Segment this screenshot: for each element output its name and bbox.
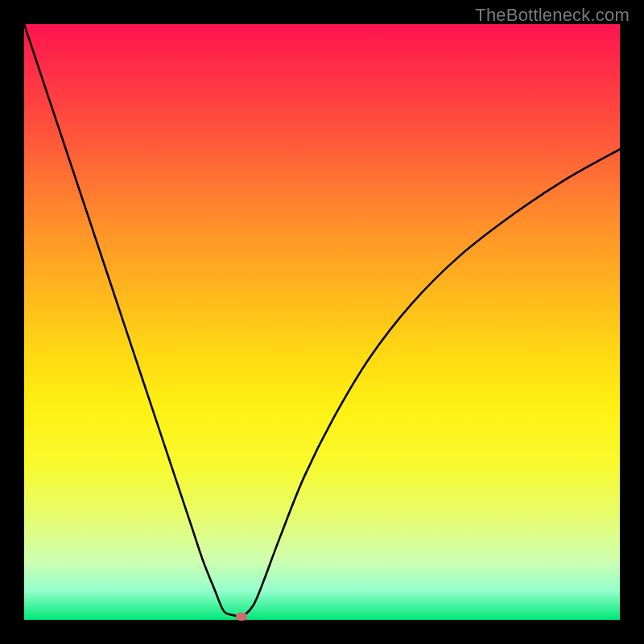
chart-canvas: TheBottleneck.com	[0, 0, 644, 644]
watermark-label: TheBottleneck.com	[475, 5, 630, 26]
plot-area	[24, 24, 620, 620]
bottleneck-curve	[24, 24, 620, 620]
curve-path	[24, 24, 620, 617]
minimum-marker	[236, 613, 247, 621]
